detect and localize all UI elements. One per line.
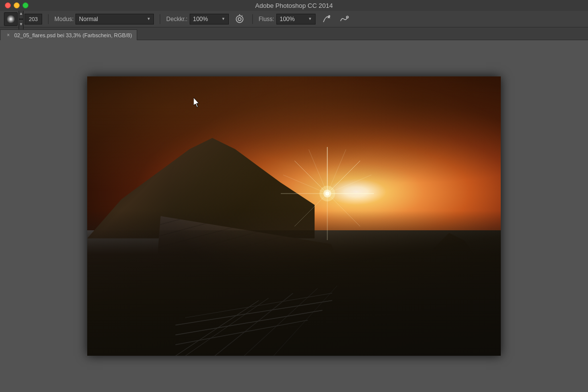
deckr-dropdown[interactable]: 100% ▼ — [190, 14, 229, 24]
minimize-button[interactable] — [14, 2, 20, 8]
brush-size-group: ▲ ▼ — [4, 8, 42, 30]
tab-close-button[interactable]: × — [5, 32, 11, 38]
separator-2 — [160, 14, 160, 24]
close-button[interactable] — [5, 2, 11, 8]
svg-line-3 — [242, 15, 243, 16]
tab-filename: 02_05_flares.psd bei 33,3% (Farbschein, … — [14, 32, 132, 38]
modus-dropdown[interactable]: Normal ▼ — [75, 14, 154, 24]
separator-3 — [252, 14, 253, 24]
modus-value: Normal — [79, 16, 98, 23]
svg-point-1 — [238, 18, 241, 21]
separator-1 — [48, 14, 49, 24]
modus-label: Modus: — [54, 16, 74, 23]
fluss-group: Fluss: 100% ▼ — [259, 14, 316, 24]
modus-dropdown-arrow: ▼ — [147, 17, 150, 21]
app-title: Adobe Photoshop CC 2014 — [255, 2, 333, 9]
brush-size-input[interactable] — [24, 14, 42, 24]
smoothing-icon — [339, 14, 349, 24]
tab-bar: × 02_05_flares.psd bei 33,3% (Farbschein… — [0, 27, 588, 40]
svg-point-20 — [319, 186, 335, 201]
brush-size-down-btn[interactable]: ▼ — [19, 19, 24, 30]
svg-line-24 — [244, 288, 318, 356]
deckr-value: 100% — [193, 16, 208, 23]
deckr-dropdown-arrow: ▼ — [221, 17, 225, 21]
maximize-button[interactable] — [23, 2, 28, 8]
photo-canvas[interactable] — [87, 76, 501, 356]
traffic-lights — [5, 2, 28, 8]
flow-icon — [321, 14, 331, 24]
brush-preview[interactable] — [4, 12, 18, 26]
document-tab[interactable]: × 02_05_flares.psd bei 33,3% (Farbschein… — [0, 29, 137, 40]
svg-line-22 — [185, 298, 269, 356]
svg-line-23 — [215, 293, 293, 356]
flow-icon-button[interactable] — [319, 12, 333, 26]
deckr-group: Deckkr.: 100% ▼ — [166, 14, 228, 24]
deckr-label: Deckkr.: — [166, 16, 187, 23]
toolbar: ▲ ▼ Modus: Normal ▼ Deckkr.: 100% ▼ Fl — [0, 11, 588, 27]
fluss-value: 100% — [280, 16, 295, 23]
airbrush-button[interactable] — [233, 12, 246, 26]
svg-line-29 — [185, 293, 332, 318]
fluss-dropdown[interactable]: 100% ▼ — [276, 14, 316, 24]
fluss-label: Fluss: — [259, 16, 274, 23]
title-bar: Adobe Photoshop CC 2014 — [0, 0, 588, 11]
smoothing-button[interactable] — [337, 12, 351, 26]
sun-rays — [278, 145, 376, 243]
modus-group: Modus: Normal ▼ — [54, 14, 154, 24]
fluss-dropdown-arrow: ▼ — [308, 17, 312, 21]
airbrush-icon — [235, 14, 245, 24]
brush-circle-icon — [7, 15, 15, 23]
canvas-area — [0, 40, 588, 392]
svg-point-0 — [236, 16, 243, 23]
